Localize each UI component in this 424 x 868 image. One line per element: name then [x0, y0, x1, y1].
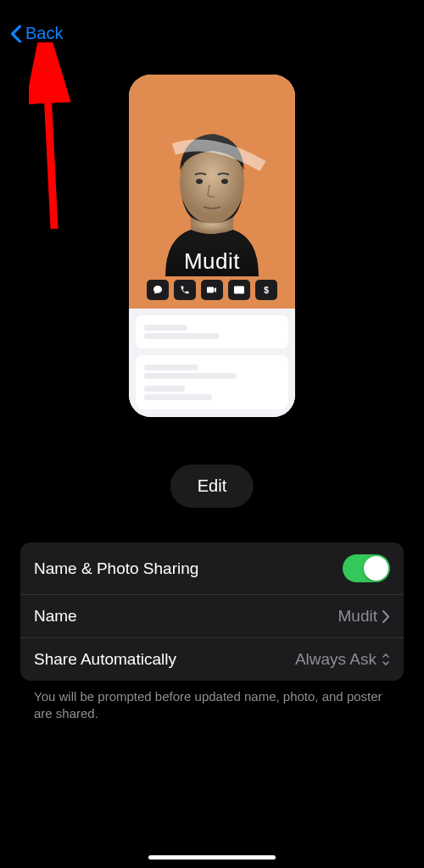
phone-icon: [174, 280, 196, 300]
sharing-label: Name & Photo Sharing: [34, 559, 198, 578]
back-label: Back: [25, 24, 63, 43]
contact-name: Mudit: [184, 248, 240, 275]
svg-point-4: [221, 179, 228, 184]
arrow-annotation: [29, 42, 80, 237]
svg-point-3: [196, 179, 203, 184]
svg-line-1: [46, 58, 54, 229]
svg-text:$: $: [264, 286, 269, 295]
updown-icon: [382, 653, 390, 666]
edit-button[interactable]: Edit: [170, 465, 254, 508]
contact-action-row: $: [147, 280, 277, 300]
footnote: You will be prompted before updated name…: [34, 688, 390, 723]
edit-label: Edit: [198, 476, 226, 495]
share-auto-row[interactable]: Share Automatically Always Ask: [20, 637, 404, 681]
message-icon: [147, 280, 169, 300]
contact-poster: Mudit $: [129, 75, 295, 309]
name-row[interactable]: Name Mudit: [20, 594, 404, 637]
pay-icon: $: [255, 280, 277, 300]
chevron-left-icon: [10, 25, 22, 43]
name-label: Name: [34, 607, 77, 626]
share-auto-value: Always Ask: [295, 650, 377, 669]
info-block: [136, 315, 288, 348]
info-block: [136, 355, 288, 409]
chevron-right-icon: [382, 610, 390, 623]
contact-info-area: [129, 309, 295, 417]
mail-icon: [228, 280, 250, 300]
video-icon: [201, 280, 223, 300]
home-indicator[interactable]: [148, 855, 276, 860]
share-auto-label: Share Automatically: [34, 650, 176, 669]
settings-group: Name & Photo Sharing Name Mudit Share Au…: [20, 542, 404, 681]
sharing-toggle[interactable]: [343, 554, 390, 582]
sharing-toggle-row[interactable]: Name & Photo Sharing: [20, 542, 404, 594]
toggle-knob: [364, 556, 388, 581]
back-button[interactable]: Back: [10, 24, 63, 43]
name-value: Mudit: [338, 607, 377, 626]
contact-card-preview: Mudit $: [129, 75, 295, 417]
